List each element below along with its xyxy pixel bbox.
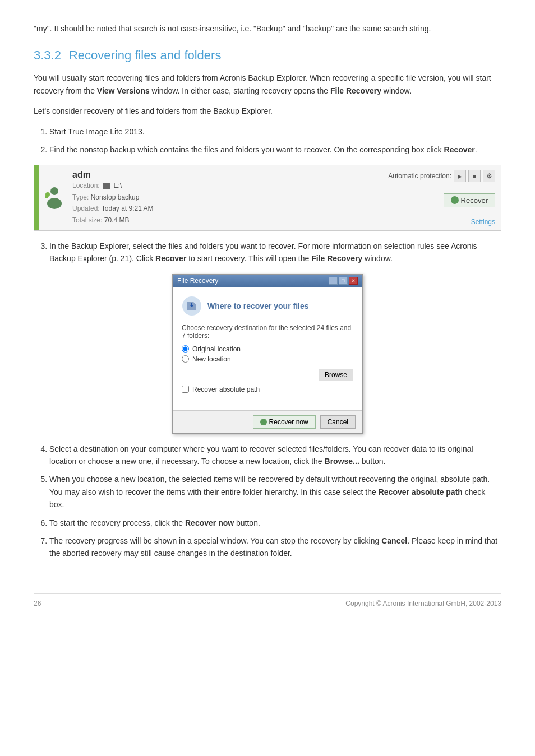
svg-point-1 — [47, 198, 62, 209]
type-value: Nonstop backup — [91, 193, 140, 201]
dialog-wrapper: File Recovery — □ ✕ Where to recover you… — [34, 274, 501, 434]
recover-now-button[interactable]: Recover now — [253, 415, 316, 429]
cancel-button[interactable]: Cancel — [320, 415, 356, 429]
total-value: 70.4 MB — [104, 216, 130, 224]
dialog-titlebar: File Recovery — □ ✕ — [173, 275, 362, 287]
step-1: Start True Image Lite 2013. — [49, 126, 501, 138]
auto-protection-label: Automatic protection: — [388, 172, 451, 180]
cancel-bold: Cancel — [381, 536, 407, 545]
stop-button[interactable]: ■ — [468, 170, 481, 182]
backup-updated: Updated: Today at 9:21 AM — [72, 203, 380, 214]
recover-absolute-checkbox[interactable] — [182, 386, 189, 393]
location-value: E:\ — [113, 182, 122, 189]
monitor-icon — [103, 183, 110, 189]
minimize-button[interactable]: — — [329, 277, 338, 285]
type-label: Type: — [72, 193, 89, 201]
view-versions-bold: View Versions — [97, 86, 150, 95]
updated-label: Updated: — [72, 205, 100, 212]
play-button[interactable]: ▶ — [454, 170, 466, 182]
svg-point-0 — [50, 187, 58, 195]
radio-group: Original location New location — [182, 345, 353, 363]
section-number: 3.3.2 — [34, 48, 61, 63]
radio-new-location[interactable]: New location — [182, 355, 353, 363]
recover-icon — [451, 196, 459, 204]
section-title: Recovering files and folders — [69, 48, 221, 63]
browse-row: Browse — [182, 369, 353, 381]
person-icon — [44, 187, 64, 209]
radio-new-input[interactable] — [182, 355, 189, 363]
recover-bold-2: Recover — [155, 254, 186, 263]
recover-bold: Recover — [444, 145, 475, 154]
backup-card-info: adm Location: E:\ Type: Nonstop backup U… — [70, 165, 382, 230]
file-recovery-dialog: File Recovery — □ ✕ Where to recover you… — [172, 274, 363, 434]
backup-card: adm Location: E:\ Type: Nonstop backup U… — [34, 165, 501, 231]
titlebar-controls: — □ ✕ — [329, 277, 358, 285]
copyright: Copyright © Acronis International GmbH, … — [345, 600, 501, 607]
auto-protection-row: Automatic protection: ▶ ■ ⚙ — [388, 170, 495, 182]
dialog-body: Where to recover your files Choose recov… — [173, 287, 362, 410]
step-4: Select a destination on your computer wh… — [49, 443, 501, 468]
settings-link[interactable]: Settings — [471, 218, 495, 226]
browse-button[interactable]: Browse — [319, 369, 353, 381]
radio-original-input[interactable] — [182, 345, 189, 353]
updated-value: Today at 9:21 AM — [102, 205, 154, 212]
backup-name: adm — [72, 170, 380, 180]
recover-absolute-bold: Recover absolute path — [379, 488, 463, 497]
total-label: Total size: — [72, 216, 102, 224]
steps-list-3: Select a destination on your computer wh… — [34, 443, 501, 560]
page-number: 26 — [34, 600, 41, 607]
dialog-header-icon — [182, 296, 202, 316]
radio-original-label: Original location — [192, 345, 241, 353]
recover-button[interactable]: Recover — [444, 193, 495, 207]
backup-total: Total size: 70.4 MB — [72, 215, 380, 226]
file-recovery-bold-2: File Recovery — [311, 254, 362, 263]
card-accent-bar — [34, 165, 39, 230]
svg-point-3 — [45, 195, 48, 198]
backup-type: Type: Nonstop backup — [72, 192, 380, 203]
step-5: When you choose a new location, the sele… — [49, 473, 501, 511]
location-label: Location: — [72, 182, 100, 189]
backup-card-icon-area — [39, 165, 70, 230]
dialog-header-row: Where to recover your files — [182, 296, 353, 316]
step-7: The recovery progress will be shown in a… — [49, 535, 501, 560]
gear-button[interactable]: ⚙ — [483, 170, 495, 182]
radio-original-location[interactable]: Original location — [182, 345, 353, 353]
step-2: Find the nonstop backup which contains t… — [49, 143, 501, 156]
dialog-title: File Recovery — [177, 277, 218, 285]
dialog-description: Choose recovery destination for the sele… — [182, 324, 353, 340]
step-3: In the Backup Explorer, select the files… — [49, 240, 501, 265]
step-6: To start the recovery process, click the… — [49, 517, 501, 529]
body-paragraph-2: Let's consider recovery of files and fol… — [34, 105, 501, 117]
body-paragraph-1: You will usually start recovering files … — [34, 72, 501, 97]
close-button[interactable]: ✕ — [349, 277, 358, 285]
browse-bold: Browse... — [325, 457, 359, 466]
checkbox-row[interactable]: Recover absolute path — [182, 386, 353, 393]
recover-absolute-label: Recover absolute path — [192, 386, 260, 393]
intro-paragraph: "my". It should be noted that search is … — [34, 22, 501, 35]
backup-card-actions: Automatic protection: ▶ ■ ⚙ Recover Sett… — [382, 165, 501, 230]
file-recovery-bold: File Recovery — [330, 86, 381, 95]
maximize-button[interactable]: □ — [339, 277, 348, 285]
page-footer: 26 Copyright © Acronis International Gmb… — [34, 593, 501, 607]
radio-new-label: New location — [192, 355, 231, 363]
steps-list: Start True Image Lite 2013. Find the non… — [34, 126, 501, 156]
dialog-header-text: Where to recover your files — [207, 302, 309, 310]
backup-location: Location: E:\ — [72, 180, 380, 191]
dialog-footer: Recover now Cancel — [173, 410, 362, 433]
steps-list-2: In the Backup Explorer, select the files… — [34, 240, 501, 265]
recover-now-icon — [260, 419, 267, 425]
recover-now-bold: Recover now — [185, 518, 234, 527]
